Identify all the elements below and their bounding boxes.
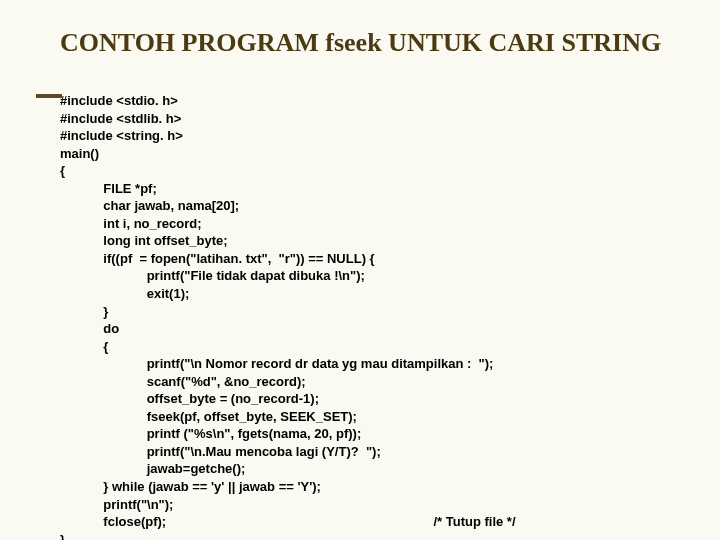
code-line: printf("\n Nomor record dr data yg mau d… [60, 356, 493, 371]
code-line: #include <stdio. h> [60, 93, 178, 108]
code-comment: /* Tutup file */ [433, 514, 515, 529]
code-line: } while (jawab == 'y' || jawab == 'Y'); [60, 479, 321, 494]
code-line: exit(1); [60, 286, 189, 301]
code-line: printf("File tidak dapat dibuka !\n"); [60, 268, 365, 283]
code-line: FILE *pf; [60, 181, 157, 196]
code-line: long int offset_byte; [60, 233, 228, 248]
code-line: fclose(pf); [60, 514, 166, 529]
code-line: printf("\n"); [60, 497, 173, 512]
slide-title: CONTOH PROGRAM fseek UNTUK CARI STRING [60, 28, 680, 58]
code-line: main() [60, 146, 99, 161]
code-line: scanf("%d", &no_record); [60, 374, 306, 389]
code-block: #include <stdio. h> #include <stdlib. h>… [60, 92, 680, 540]
code-line: offset_byte = (no_record-1); [60, 391, 319, 406]
code-line: int i, no_record; [60, 216, 202, 231]
code-line: #include <stdlib. h> [60, 111, 181, 126]
code-line: } [60, 532, 65, 540]
code-line: printf ("%s\n", fgets(nama, 20, pf)); [60, 426, 361, 441]
code-line: #include <string. h> [60, 128, 183, 143]
code-line: if((pf = fopen("latihan. txt", "r")) == … [60, 251, 375, 266]
code-line: fseek(pf, offset_byte, SEEK_SET); [60, 409, 357, 424]
code-line: } [60, 304, 108, 319]
code-line: jawab=getche(); [60, 461, 245, 476]
code-line: do [60, 321, 119, 336]
slide: CONTOH PROGRAM fseek UNTUK CARI STRING #… [0, 0, 720, 540]
code-line: { [60, 163, 65, 178]
accent-bar [36, 94, 62, 98]
code-line: { [60, 339, 108, 354]
code-line: printf("\n.Mau mencoba lagi (Y/T)? "); [60, 444, 381, 459]
code-line: char jawab, nama[20]; [60, 198, 239, 213]
